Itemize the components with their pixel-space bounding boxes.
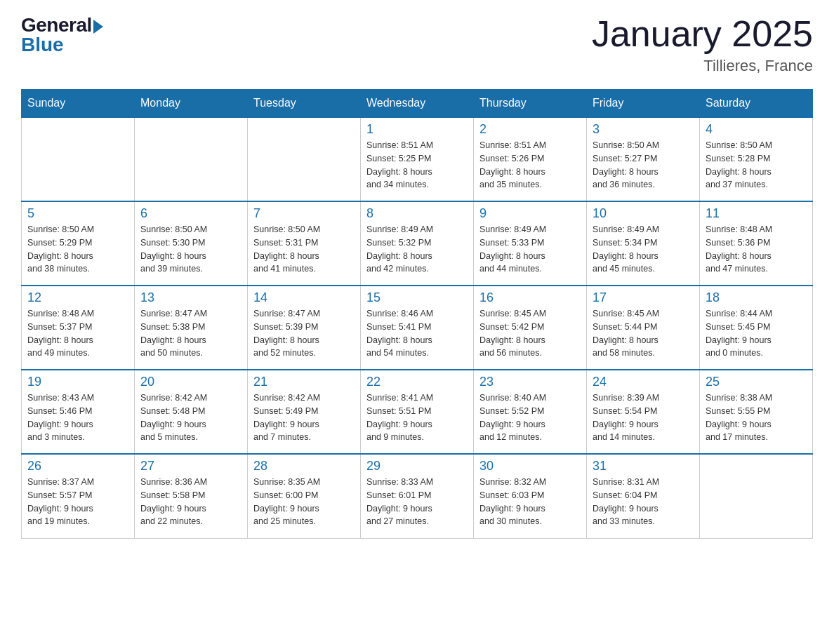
day-number: 26 [27,459,128,474]
calendar-day-cell: 23Sunrise: 8:40 AM Sunset: 5:52 PM Dayli… [474,370,587,454]
day-info: Sunrise: 8:49 AM Sunset: 5:34 PM Dayligh… [593,223,694,276]
day-of-week-header: Saturday [700,90,813,118]
day-number: 6 [140,206,241,221]
day-info: Sunrise: 8:31 AM Sunset: 6:04 PM Dayligh… [593,476,694,528]
calendar-day-cell [248,117,361,201]
calendar-header: SundayMondayTuesdayWednesdayThursdayFrid… [22,90,813,118]
day-number: 25 [706,375,807,389]
calendar-day-cell: 28Sunrise: 8:35 AM Sunset: 6:00 PM Dayli… [248,454,361,538]
day-number: 3 [593,122,694,137]
day-number: 20 [140,375,241,389]
logo-blue-text: Blue [21,34,64,56]
day-info: Sunrise: 8:50 AM Sunset: 5:29 PM Dayligh… [27,223,128,276]
day-number: 27 [140,459,241,474]
calendar-day-cell: 24Sunrise: 8:39 AM Sunset: 5:54 PM Dayli… [587,370,700,454]
day-info: Sunrise: 8:50 AM Sunset: 5:27 PM Dayligh… [593,139,694,192]
calendar-day-cell: 12Sunrise: 8:48 AM Sunset: 5:37 PM Dayli… [22,286,135,370]
day-number: 8 [366,206,468,221]
day-info: Sunrise: 8:39 AM Sunset: 5:54 PM Dayligh… [593,391,694,444]
day-number: 21 [253,375,355,389]
day-number: 2 [479,122,581,137]
page-header: General Blue January 2025 Tillieres, Fra… [21,14,813,75]
title-section: January 2025 Tillieres, France [592,14,813,75]
calendar-subtitle: Tillieres, France [592,57,813,75]
day-of-week-header: Thursday [474,90,587,118]
day-number: 4 [706,122,807,137]
day-number: 31 [593,459,694,474]
header-row: SundayMondayTuesdayWednesdayThursdayFrid… [22,90,813,118]
calendar-day-cell: 31Sunrise: 8:31 AM Sunset: 6:04 PM Dayli… [587,454,700,538]
day-info: Sunrise: 8:36 AM Sunset: 5:58 PM Dayligh… [140,476,241,528]
day-info: Sunrise: 8:42 AM Sunset: 5:48 PM Dayligh… [140,391,241,444]
calendar-day-cell: 29Sunrise: 8:33 AM Sunset: 6:01 PM Dayli… [361,454,474,538]
calendar-day-cell: 16Sunrise: 8:45 AM Sunset: 5:42 PM Dayli… [474,286,587,370]
calendar-day-cell: 13Sunrise: 8:47 AM Sunset: 5:38 PM Dayli… [135,286,248,370]
day-number: 1 [366,122,468,137]
day-info: Sunrise: 8:37 AM Sunset: 5:57 PM Dayligh… [27,476,128,528]
day-of-week-header: Wednesday [361,90,474,118]
day-number: 12 [27,290,128,305]
calendar-day-cell: 3Sunrise: 8:50 AM Sunset: 5:27 PM Daylig… [587,117,700,201]
calendar-week-row: 26Sunrise: 8:37 AM Sunset: 5:57 PM Dayli… [22,454,813,538]
calendar-day-cell [700,454,813,538]
day-info: Sunrise: 8:44 AM Sunset: 5:45 PM Dayligh… [706,307,807,360]
calendar-day-cell: 7Sunrise: 8:50 AM Sunset: 5:31 PM Daylig… [248,201,361,286]
day-info: Sunrise: 8:47 AM Sunset: 5:39 PM Dayligh… [253,307,355,360]
day-of-week-header: Sunday [22,90,135,118]
calendar-day-cell: 6Sunrise: 8:50 AM Sunset: 5:30 PM Daylig… [135,201,248,286]
calendar-day-cell: 4Sunrise: 8:50 AM Sunset: 5:28 PM Daylig… [700,117,813,201]
calendar-day-cell: 14Sunrise: 8:47 AM Sunset: 5:39 PM Dayli… [248,286,361,370]
day-info: Sunrise: 8:42 AM Sunset: 5:49 PM Dayligh… [253,391,355,444]
calendar-day-cell: 8Sunrise: 8:49 AM Sunset: 5:32 PM Daylig… [361,201,474,286]
day-number: 15 [366,290,468,305]
calendar-day-cell: 9Sunrise: 8:49 AM Sunset: 5:33 PM Daylig… [474,201,587,286]
day-info: Sunrise: 8:50 AM Sunset: 5:28 PM Dayligh… [706,139,807,192]
calendar-day-cell: 5Sunrise: 8:50 AM Sunset: 5:29 PM Daylig… [22,201,135,286]
calendar-day-cell [22,117,135,201]
calendar-day-cell: 26Sunrise: 8:37 AM Sunset: 5:57 PM Dayli… [22,454,135,538]
day-number: 28 [253,459,355,474]
day-info: Sunrise: 8:45 AM Sunset: 5:44 PM Dayligh… [593,307,694,360]
day-number: 30 [479,459,581,474]
calendar-day-cell: 20Sunrise: 8:42 AM Sunset: 5:48 PM Dayli… [135,370,248,454]
day-info: Sunrise: 8:48 AM Sunset: 5:36 PM Dayligh… [706,223,807,276]
calendar-week-row: 12Sunrise: 8:48 AM Sunset: 5:37 PM Dayli… [22,286,813,370]
calendar-day-cell: 2Sunrise: 8:51 AM Sunset: 5:26 PM Daylig… [474,117,587,201]
day-info: Sunrise: 8:50 AM Sunset: 5:30 PM Dayligh… [140,223,241,276]
day-number: 14 [253,290,355,305]
day-info: Sunrise: 8:51 AM Sunset: 5:25 PM Dayligh… [366,139,468,192]
day-info: Sunrise: 8:41 AM Sunset: 5:51 PM Dayligh… [366,391,468,444]
logo-arrow-icon [93,20,103,34]
calendar-week-row: 19Sunrise: 8:43 AM Sunset: 5:46 PM Dayli… [22,370,813,454]
day-number: 22 [366,375,468,389]
day-info: Sunrise: 8:32 AM Sunset: 6:03 PM Dayligh… [479,476,581,528]
calendar-title: January 2025 [592,14,813,54]
calendar-week-row: 1Sunrise: 8:51 AM Sunset: 5:25 PM Daylig… [22,117,813,201]
day-info: Sunrise: 8:40 AM Sunset: 5:52 PM Dayligh… [479,391,581,444]
calendar-day-cell: 25Sunrise: 8:38 AM Sunset: 5:55 PM Dayli… [700,370,813,454]
calendar-day-cell: 21Sunrise: 8:42 AM Sunset: 5:49 PM Dayli… [248,370,361,454]
day-info: Sunrise: 8:49 AM Sunset: 5:32 PM Dayligh… [366,223,468,276]
calendar-day-cell [135,117,248,201]
day-info: Sunrise: 8:49 AM Sunset: 5:33 PM Dayligh… [479,223,581,276]
day-number: 18 [706,290,807,305]
day-number: 16 [479,290,581,305]
day-number: 17 [593,290,694,305]
calendar-day-cell: 19Sunrise: 8:43 AM Sunset: 5:46 PM Dayli… [22,370,135,454]
day-info: Sunrise: 8:48 AM Sunset: 5:37 PM Dayligh… [27,307,128,360]
day-of-week-header: Monday [135,90,248,118]
calendar-week-row: 5Sunrise: 8:50 AM Sunset: 5:29 PM Daylig… [22,201,813,286]
day-info: Sunrise: 8:47 AM Sunset: 5:38 PM Dayligh… [140,307,241,360]
day-info: Sunrise: 8:33 AM Sunset: 6:01 PM Dayligh… [366,476,468,528]
day-info: Sunrise: 8:46 AM Sunset: 5:41 PM Dayligh… [366,307,468,360]
calendar-day-cell: 15Sunrise: 8:46 AM Sunset: 5:41 PM Dayli… [361,286,474,370]
day-number: 29 [366,459,468,474]
day-number: 24 [593,375,694,389]
day-of-week-header: Friday [587,90,700,118]
calendar-day-cell: 1Sunrise: 8:51 AM Sunset: 5:25 PM Daylig… [361,117,474,201]
day-number: 9 [479,206,581,221]
day-info: Sunrise: 8:43 AM Sunset: 5:46 PM Dayligh… [27,391,128,444]
logo: General Blue [21,14,103,56]
calendar-table: SundayMondayTuesdayWednesdayThursdayFrid… [21,89,813,539]
calendar-body: 1Sunrise: 8:51 AM Sunset: 5:25 PM Daylig… [22,117,813,538]
